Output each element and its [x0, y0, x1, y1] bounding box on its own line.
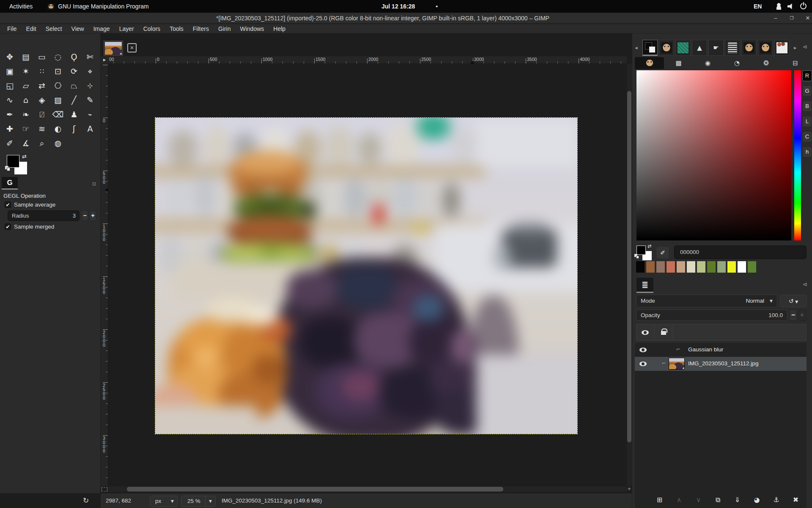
raise-layer-button[interactable]: ∧	[673, 494, 685, 505]
color-swatch[interactable]	[717, 261, 726, 273]
brush-tab-3[interactable]	[758, 40, 773, 56]
close-button[interactable]: ✕	[803, 14, 812, 23]
selector-tab-palette[interactable]: ❂	[752, 57, 781, 69]
channel-R[interactable]: R	[802, 70, 812, 81]
vertical-scroll-thumb[interactable]	[627, 91, 631, 442]
tool-ellipse-select[interactable]: ◌	[50, 50, 66, 64]
channel-B[interactable]: B	[802, 101, 812, 112]
tool-gradient[interactable]: ▨	[50, 93, 66, 107]
tool-perspective[interactable]: ⏢	[66, 78, 82, 93]
zoom-chevron-icon[interactable]: ▼	[205, 496, 215, 506]
tool-eraser[interactable]: ⌫	[50, 107, 66, 121]
tool-fuzzy-select[interactable]: ✶	[18, 64, 34, 78]
tool-move[interactable]: ✥	[2, 50, 18, 64]
vertical-scrollbar[interactable]	[627, 64, 632, 486]
horizontal-ruler[interactable]: 0005001000150020002500300035004000	[108, 56, 627, 64]
navigation-icon[interactable]: ✛	[627, 486, 632, 492]
sample-average-checkbox[interactable]	[5, 202, 11, 208]
tool-free-select[interactable]: Ϙ	[66, 50, 82, 64]
selector-tab-gimp[interactable]	[635, 57, 664, 69]
tool-align[interactable]: ▤	[18, 50, 34, 64]
swap-colors-icon[interactable]: ⇄	[22, 153, 27, 160]
color-swatch[interactable]	[697, 261, 705, 273]
tool-warp-transform[interactable]: ∿	[2, 93, 18, 107]
new-layer-button[interactable]: ⊞	[653, 494, 666, 505]
power-icon[interactable]	[800, 3, 807, 9]
radius-decrease-button[interactable]: −	[81, 210, 88, 221]
view-close-icon[interactable]: ✕	[127, 43, 137, 52]
layer-visibility-eye-icon[interactable]	[639, 348, 647, 352]
opacity-slider[interactable]: Opacity 100.0	[636, 309, 787, 321]
delete-layer-button[interactable]: ✖	[790, 494, 802, 505]
tool-foreground-select[interactable]: ▣	[2, 64, 18, 78]
mode-switch-button[interactable]: ↺ ▼	[780, 295, 807, 307]
users-icon[interactable]	[775, 3, 782, 10]
tool-handle-transform[interactable]: ⊹	[82, 78, 98, 93]
sample-merged-checkbox[interactable]	[5, 224, 11, 230]
reset-icon[interactable]: ↻	[83, 496, 89, 505]
mini-foreground-swatch[interactable]	[636, 246, 646, 255]
menu-edit[interactable]: Edit	[22, 24, 41, 33]
tool-options-menu-icon[interactable]: ⊡	[92, 181, 96, 187]
keyboard-layout-indicator[interactable]: EN	[754, 0, 762, 13]
selector-tab-scales[interactable]: ⊟	[781, 57, 810, 69]
color-swatch[interactable]	[687, 261, 695, 273]
tool-scissors-select[interactable]: ✄	[82, 50, 98, 64]
dock-menu-icon[interactable]: ⊲	[803, 44, 807, 50]
radius-increase-button[interactable]: +	[89, 210, 96, 221]
colors-tab[interactable]	[642, 40, 658, 56]
tool-ink[interactable]: ✒	[2, 107, 18, 121]
palette-image-tab[interactable]	[774, 40, 790, 56]
brushes-tab[interactable]	[659, 40, 674, 56]
zoom-dropdown[interactable]: 25 % ▼	[181, 496, 216, 507]
quick-mask-toggle[interactable]	[102, 487, 107, 491]
volume-icon[interactable]	[787, 3, 795, 10]
tool-paths[interactable]: ʃ	[66, 121, 82, 136]
image-tab-thumbnail[interactable]	[104, 41, 123, 56]
visibility-header-cell[interactable]	[636, 324, 654, 341]
focused-app-menu[interactable]: GNU Image Manipulation Program	[47, 0, 149, 13]
tool-dodge-burn[interactable]: ◐	[50, 121, 66, 136]
layer-row[interactable]: ⌐Gaussian blur	[635, 343, 807, 357]
opacity-decrease-button[interactable]: −	[789, 309, 797, 321]
selector-tab-wheel[interactable]: ◔	[722, 57, 752, 69]
menu-select[interactable]: Select	[41, 24, 67, 33]
pointer-tab[interactable]: ☛	[708, 40, 724, 56]
brush-tab-2[interactable]	[741, 40, 757, 56]
fg-bg-color-area[interactable]: ⇄	[7, 155, 33, 176]
anchor-layer-button[interactable]: ⚓	[770, 494, 782, 505]
opacity-increase-button[interactable]: +	[798, 309, 806, 321]
tool-3d-transform[interactable]: ⎔	[50, 78, 66, 93]
radius-slider[interactable]: Radius 3	[8, 210, 80, 221]
mini-default-icon[interactable]	[634, 254, 639, 258]
tool-bucket-fill[interactable]: ◈	[34, 93, 50, 107]
menu-help[interactable]: Help	[269, 24, 290, 33]
unit-dropdown[interactable]: px ▼	[150, 496, 178, 507]
tool-flip[interactable]: ⇄	[34, 78, 50, 93]
layers-menu-icon[interactable]: ⊲	[803, 281, 807, 287]
color-swatch[interactable]	[656, 261, 665, 273]
activities-button[interactable]: Activities	[6, 0, 36, 13]
pick-color-from-screen-button[interactable]: ✐	[656, 246, 669, 259]
color-swatch[interactable]	[707, 261, 716, 273]
tool-paint-select[interactable]: ◍	[50, 136, 66, 150]
mini-fg-bg-colors[interactable]: ⇄	[636, 246, 656, 262]
tabs-scroll-left-icon[interactable]: ◂	[635, 44, 638, 51]
menu-tools[interactable]: Tools	[165, 24, 188, 33]
ruler-origin-icon[interactable]: ▶	[101, 56, 108, 64]
tool-crop[interactable]: ⊡	[50, 64, 66, 78]
channel-h[interactable]: h	[802, 146, 812, 157]
history-tab[interactable]	[725, 40, 740, 56]
gegl-operation-tool-button[interactable]: G	[2, 177, 18, 190]
horizontal-scroll-thumb[interactable]	[127, 487, 503, 491]
hex-color-input[interactable]: 000000	[674, 246, 807, 259]
vertical-ruler[interactable]: 05 0 01 0 0 01 5 0 02 0 0 02 5 0 03 0 0 …	[101, 64, 108, 486]
tool-zoom[interactable]: ⌕	[34, 136, 50, 150]
menu-girin[interactable]: Girin	[214, 24, 236, 33]
tool-smudge[interactable]: ☞	[18, 121, 34, 136]
tool-cage-transform[interactable]: ⌂	[18, 93, 34, 107]
window-title-bar[interactable]: *[IMG_20230503_125112] (imported)-25.0 (…	[0, 13, 812, 24]
minimize-button[interactable]: –	[771, 14, 781, 23]
menu-colors[interactable]: Colors	[139, 24, 165, 33]
menu-filters[interactable]: Filters	[188, 24, 214, 33]
